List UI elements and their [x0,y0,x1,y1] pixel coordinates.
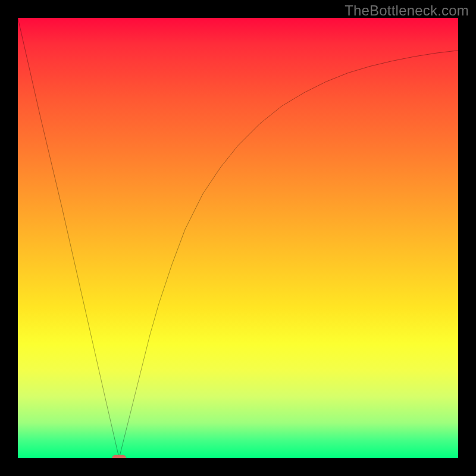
watermark-text: TheBottleneck.com [345,2,469,19]
plot-area [18,18,458,458]
bottleneck-curve-svg [18,18,458,458]
minimum-marker-pill [112,455,126,458]
chart-frame: TheBottleneck.com [0,0,476,476]
minimum-marker [112,455,126,458]
bottleneck-curve-line [18,18,458,458]
